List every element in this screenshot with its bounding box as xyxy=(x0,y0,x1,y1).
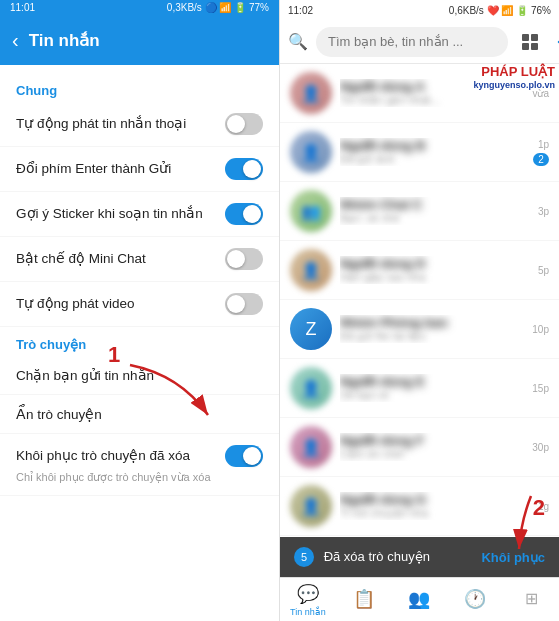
avatar-image: 👤 xyxy=(290,72,332,114)
restore-action-button[interactable]: Khôi phục xyxy=(481,550,545,565)
clock-tab-icon: 🕐 xyxy=(464,588,486,610)
tab-contacts[interactable]: 📋 xyxy=(336,578,392,621)
chat-name: Người dùng F xyxy=(340,433,524,448)
chat-item[interactable]: 👤 Người dùng B Đã gửi ảnh 1p 2 xyxy=(280,123,559,182)
chat-name: Người dùng B xyxy=(340,138,525,153)
chat-preview: Đã gửi ảnh xyxy=(340,153,525,166)
grid-icon xyxy=(520,32,540,52)
tab-friends[interactable]: 👥 xyxy=(392,578,448,621)
logo-sub: kynguyenso.plo.vn xyxy=(473,80,555,91)
chat-time: 15p xyxy=(532,383,549,394)
chat-preview: Cảm ơn nhé! xyxy=(340,448,524,461)
enter-send-toggle[interactable] xyxy=(225,158,263,180)
svg-rect-3 xyxy=(522,43,529,50)
chat-meta: 1g xyxy=(538,501,549,512)
auto-voice-toggle[interactable] xyxy=(225,113,263,135)
restore-sublabel: Chỉ khôi phục được trò chuyện vừa xóa xyxy=(16,471,211,484)
left-status-icons: 0,3KB/s 🔵 📶 🔋 77% xyxy=(167,2,269,13)
chat-item[interactable]: 👤 Người dùng F Cảm ơn nhé! 30p xyxy=(280,418,559,477)
plus-icon-button[interactable] xyxy=(552,28,559,56)
chat-info: Nhóm Phòng ban Đã gửi file tài liệu xyxy=(340,315,524,343)
enter-send-setting: Đổi phím Enter thành Gửi xyxy=(0,147,279,192)
chat-meta: 3p xyxy=(538,206,549,217)
chat-info: Nhóm Chat C Bạn: ok nhé xyxy=(340,197,530,225)
tab-grid[interactable]: ⊞ xyxy=(503,578,559,621)
hide-setting[interactable]: Ẩn trò chuyện xyxy=(0,395,279,434)
chat-item[interactable]: 👥 Nhóm Chat C Bạn: ok nhé 3p xyxy=(280,182,559,241)
avatar-image: 👤 xyxy=(290,249,332,291)
restore-label: Khôi phục trò chuyện đã xóa xyxy=(16,447,225,465)
mini-chat-label: Bật chế độ Mini Chat xyxy=(16,250,225,268)
messages-tab-icon: 💬 xyxy=(297,583,319,605)
avatar-image: 👤 xyxy=(290,485,332,527)
chat-time: 1g xyxy=(538,501,549,512)
avatar-image: Z xyxy=(290,308,332,350)
contacts-tab-icon: 📋 xyxy=(353,588,375,610)
avatar-image: 👤 xyxy=(290,131,332,173)
chat-time: 3p xyxy=(538,206,549,217)
auto-video-knob xyxy=(227,295,245,313)
svg-rect-2 xyxy=(531,34,538,41)
right-time: 11:02 xyxy=(288,5,313,16)
chat-info: Người dùng G Tí nói chuyện nha xyxy=(340,492,530,520)
avatar-image: 👥 xyxy=(290,190,332,232)
right-status-icons: 0,6KB/s ❤️ 📶 🔋 76% xyxy=(449,5,551,16)
chat-meta: 1p 2 xyxy=(533,139,549,166)
avatar: 👤 xyxy=(290,485,332,527)
avatar: Z xyxy=(290,308,332,350)
delete-notification-bar: 5 Đã xóa trò chuyện Khôi phục xyxy=(280,537,559,577)
chat-preview: Đã gửi file tài liệu xyxy=(340,330,524,343)
enter-send-knob xyxy=(243,160,261,178)
auto-voice-setting: Tự động phát tin nhắn thoại xyxy=(0,102,279,147)
chat-info: Người dùng D Hẹn gặp sau nha xyxy=(340,256,530,284)
svg-rect-1 xyxy=(522,34,529,41)
chat-item[interactable]: 👤 Người dùng D Hẹn gặp sau nha 5p xyxy=(280,241,559,300)
bottom-tab-bar: 💬 Tin nhắn 📋 👥 🕐 ⊞ xyxy=(280,577,559,621)
right-panel: 11:02 0,6KB/s ❤️ 📶 🔋 76% 🔍 xyxy=(280,0,559,621)
left-header: ‹ Tin nhắn xyxy=(0,15,279,65)
search-icon: 🔍 xyxy=(288,32,308,51)
left-time: 11:01 xyxy=(10,2,35,13)
right-header: 🔍 xyxy=(280,20,559,64)
conversation-section-label: Trò chuyện xyxy=(0,327,279,356)
chat-preview: Ok bạn ơi xyxy=(340,389,524,402)
chat-name: Người dùng E xyxy=(340,374,524,389)
mini-chat-setting: Bật chế độ Mini Chat xyxy=(0,237,279,282)
chat-info: Người dùng F Cảm ơn nhé! xyxy=(340,433,524,461)
mini-chat-knob xyxy=(227,250,245,268)
auto-video-setting: Tự động phát video xyxy=(0,282,279,327)
chat-preview: Tí nói chuyện nha xyxy=(340,507,530,520)
back-button[interactable]: ‹ xyxy=(12,29,19,52)
auto-video-toggle[interactable] xyxy=(225,293,263,315)
chat-preview: Tin nhắn gần nhất... xyxy=(340,94,524,107)
chat-item[interactable]: 👤 Người dùng E Ok bạn ơi 15p xyxy=(280,359,559,418)
search-input[interactable] xyxy=(316,27,508,57)
grid-tab-icon: ⊞ xyxy=(525,589,538,608)
avatar-image: 👤 xyxy=(290,367,332,409)
restore-toggle[interactable] xyxy=(225,445,263,467)
header-icons xyxy=(516,28,559,56)
mini-chat-toggle[interactable] xyxy=(225,248,263,270)
block-setting[interactable]: Chặn bạn gửi tin nhắn xyxy=(0,356,279,395)
sticker-suggest-label: Gợi ý Sticker khi soạn tin nhắn xyxy=(16,205,225,223)
general-section-label: Chung xyxy=(0,73,279,102)
notification-message: Đã xóa trò chuyện xyxy=(324,549,430,564)
chat-name: Nhóm Phòng ban xyxy=(340,315,524,330)
avatar: 👥 xyxy=(290,190,332,232)
chat-name: Nhóm Chat C xyxy=(340,197,530,212)
chat-meta: 30p xyxy=(532,442,549,453)
chat-item[interactable]: 👤 Người dùng G Tí nói chuyện nha 1g xyxy=(280,477,559,536)
chat-preview: Bạn: ok nhé xyxy=(340,212,530,225)
tab-messages[interactable]: 💬 Tin nhắn xyxy=(280,578,336,621)
chat-meta: 10p xyxy=(532,324,549,335)
chat-item[interactable]: Z Nhóm Phòng ban Đã gửi file tài liệu 10… xyxy=(280,300,559,359)
grid-icon-button[interactable] xyxy=(516,28,544,56)
avatar: 👤 xyxy=(290,72,332,114)
left-status-bar: 11:01 0,3KB/s 🔵 📶 🔋 77% xyxy=(0,0,279,15)
unread-badge: 2 xyxy=(533,153,549,166)
avatar: 👤 xyxy=(290,367,332,409)
sticker-suggest-toggle[interactable] xyxy=(225,203,263,225)
tab-clock[interactable]: 🕐 xyxy=(447,578,503,621)
chat-info: Người dùng E Ok bạn ơi xyxy=(340,374,524,402)
chat-info: Người dùng B Đã gửi ảnh xyxy=(340,138,525,166)
